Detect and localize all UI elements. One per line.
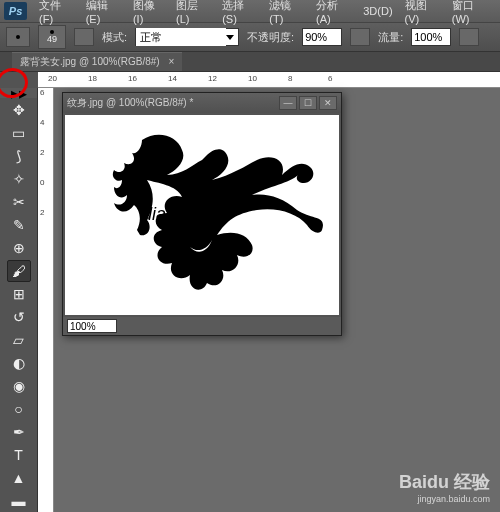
shape-tool[interactable]: ▬ <box>7 490 31 512</box>
brush-size-label: 49 <box>47 34 57 44</box>
close-button[interactable]: ✕ <box>319 96 337 110</box>
floating-window-statusbar <box>63 317 341 335</box>
wand-tool[interactable]: ✧ <box>7 168 31 190</box>
floating-canvas[interactable]: diay <box>65 115 339 315</box>
eyedropper-tool[interactable]: ✎ <box>7 214 31 236</box>
menu-view[interactable]: 视图(V) <box>399 0 446 25</box>
opacity-label: 不透明度: <box>247 30 294 45</box>
mode-label: 模式: <box>102 30 127 45</box>
dodge-tool[interactable]: ○ <box>7 398 31 420</box>
menu-filter[interactable]: 滤镜(T) <box>263 0 310 25</box>
history-brush-tool[interactable]: ↺ <box>7 306 31 328</box>
brush-size-picker[interactable]: 49 <box>38 25 66 49</box>
maximize-button[interactable]: ☐ <box>299 96 317 110</box>
brush-tool[interactable]: 🖌 <box>7 260 31 282</box>
watermark-brand: Baidu 经验 <box>399 470 490 494</box>
close-icon[interactable]: × <box>168 56 174 67</box>
horizontal-ruler: 20 18 16 14 12 10 8 6 <box>38 72 500 88</box>
document-tab[interactable]: 露背美女.jpg @ 100%(RGB/8#) × <box>12 52 182 71</box>
stamp-tool[interactable]: ⊞ <box>7 283 31 305</box>
options-bar: 49 模式: 不透明度: 流量: <box>0 22 500 52</box>
tab-title: 露背美女.jpg @ 100%(RGB/8#) <box>20 56 160 67</box>
type-tool[interactable]: T <box>7 444 31 466</box>
floating-window-title: 纹身.jpg @ 100%(RGB/8#) * <box>67 96 193 110</box>
menu-layer[interactable]: 图层(L) <box>170 0 216 25</box>
vertical-ruler: 6 4 2 0 2 <box>38 88 54 512</box>
flow-input[interactable] <box>411 28 451 46</box>
brush-panel-toggle[interactable] <box>74 28 94 46</box>
zoom-input[interactable] <box>67 319 117 333</box>
gradient-tool[interactable]: ◐ <box>7 352 31 374</box>
heal-tool[interactable]: ⊕ <box>7 237 31 259</box>
document-tab-bar: 露背美女.jpg @ 100%(RGB/8#) × <box>0 52 500 72</box>
lasso-tool[interactable]: ⟆ <box>7 145 31 167</box>
window-controls: — ☐ ✕ <box>279 96 337 110</box>
floating-window-titlebar[interactable]: 纹身.jpg @ 100%(RGB/8#) * — ☐ ✕ <box>63 93 341 113</box>
airbrush-toggle[interactable] <box>459 28 479 46</box>
canvas-area[interactable]: 纹身.jpg @ 100%(RGB/8#) * — ☐ ✕ diay <box>54 88 500 512</box>
marquee-tool[interactable]: ▭ <box>7 122 31 144</box>
opacity-pressure-toggle[interactable] <box>350 28 370 46</box>
eraser-tool[interactable]: ▱ <box>7 329 31 351</box>
menu-edit[interactable]: 编辑(E) <box>80 0 127 25</box>
tool-preset-icon[interactable] <box>6 27 30 47</box>
pen-tool[interactable]: ✒ <box>7 421 31 443</box>
floating-document-window[interactable]: 纹身.jpg @ 100%(RGB/8#) * — ☐ ✕ diay <box>62 92 342 336</box>
tattoo-image: diay <box>72 125 332 305</box>
opacity-input[interactable] <box>302 28 342 46</box>
menu-image[interactable]: 图像(I) <box>127 0 170 25</box>
toolbox: ▸▸ ✥ ▭ ⟆ ✧ ✂ ✎ ⊕ 🖌 ⊞ ↺ ▱ ◐ ◉ ○ ✒ T ▲ ▬ ✋… <box>0 88 38 512</box>
menu-window[interactable]: 窗口(W) <box>446 0 496 25</box>
path-select-tool[interactable]: ▲ <box>7 467 31 489</box>
menu-3d[interactable]: 3D(D) <box>357 5 398 17</box>
blur-tool[interactable]: ◉ <box>7 375 31 397</box>
menu-analysis[interactable]: 分析(A) <box>310 0 357 25</box>
app-logo: Ps <box>4 2 27 20</box>
main-area: ▸▸ ✥ ▭ ⟆ ✧ ✂ ✎ ⊕ 🖌 ⊞ ↺ ▱ ◐ ◉ ○ ✒ T ▲ ▬ ✋… <box>0 88 500 512</box>
menu-file[interactable]: 文件(F) <box>33 0 80 25</box>
watermark-url: jingyan.baidu.com <box>399 494 490 504</box>
watermark: Baidu 经验 jingyan.baidu.com <box>399 470 490 504</box>
mode-select[interactable] <box>136 28 226 46</box>
crop-tool[interactable]: ✂ <box>7 191 31 213</box>
menu-bar: Ps 文件(F) 编辑(E) 图像(I) 图层(L) 选择(S) 滤镜(T) 分… <box>0 0 500 22</box>
menu-select[interactable]: 选择(S) <box>216 0 263 25</box>
svg-text:diay: diay <box>142 204 176 224</box>
minimize-button[interactable]: — <box>279 96 297 110</box>
chevron-down-icon <box>226 35 234 40</box>
flow-label: 流量: <box>378 30 403 45</box>
